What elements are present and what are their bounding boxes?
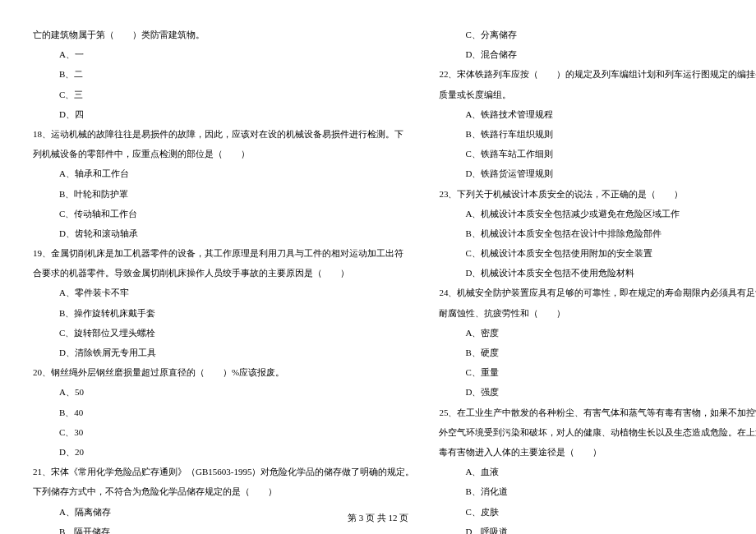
option-d: D、铁路货运管理规则 [439,163,756,183]
page-footer: 第 3 页 共 12 页 [0,512,756,524]
option-d: D、20 [33,442,414,462]
option-b: B、机械设计本质安全包括在设计中排除危险部件 [439,223,756,243]
option-a: A、机械设计本质安全包括减少或避免在危险区域工作 [439,204,756,223]
option-d: D、机械设计本质安全包括不使用危险材料 [439,263,756,283]
option-a: A、一 [33,44,414,64]
option-d: D、混合储存 [439,44,756,64]
option-c: C、30 [33,422,414,442]
option-b: B、铁路行车组织规则 [439,124,756,144]
question-21-cont: 下列储存方式中，不符合为危险化学品储存规定的是（ ） [33,481,414,501]
question-22: 22、宋体铁路列车应按（ ）的规定及列车编组计划和列车运行图规定的编挂条件、车组… [439,64,756,84]
option-b: B、硬度 [439,343,756,362]
option-a: A、50 [33,382,414,402]
option-c: C、机械设计本质安全包括使用附加的安全装置 [439,243,756,263]
option-c: C、旋转部位又埋头螺栓 [33,323,414,343]
option-b: B、40 [33,403,414,422]
option-b: B、二 [33,64,414,84]
question-19: 19、金属切削机床是加工机器零件的设备，其工作原理是利用刀具与工件的相对运动加工… [33,243,414,263]
question-19-cont: 合要求的机器零件。导致金属切削机床操作人员绞手事故的主要原因是（ ） [33,263,414,283]
question-18: 18、运动机械的故障往往是易损件的故障，因此，应该对在设的机械设备易损件进行检测… [33,124,414,144]
document-content: 亡的建筑物属于第（ ）类防雷建筑物。 A、一 B、二 C、三 D、四 18、运动… [33,25,723,501]
option-c: C、铁路车站工作细则 [439,144,756,163]
option-c: C、重量 [439,362,756,382]
option-d: D、清除铁屑无专用工具 [33,343,414,362]
question-24-cont: 耐腐蚀性、抗疲劳性和（ ） [439,303,756,323]
option-d: D、强度 [439,382,756,402]
option-c: C、三 [33,85,414,104]
left-column: 亡的建筑物属于第（ ）类防雷建筑物。 A、一 B、二 C、三 D、四 18、运动… [33,25,414,501]
question-21: 21、宋体《常用化学危险品贮存通则》（GB15603-1995）对危险化学品的储… [33,462,414,481]
option-b: B、叶轮和防护罩 [33,184,414,204]
right-column: C、分离储存 D、混合储存 22、宋体铁路列车应按（ ）的规定及列车编组计划和列… [439,25,756,501]
option-c: C、分离储存 [439,25,756,44]
question-18-cont: 列机械设备的零部件中，应重点检测的部位是（ ） [33,144,414,163]
question-25-cont2: 毒有害物进入人体的主要途径是（ ） [439,442,756,462]
question-23: 23、下列关于机械设计本质安全的说法，不正确的是（ ） [439,184,756,204]
option-a: A、血液 [439,462,756,481]
option-c: C、传动轴和工作台 [33,204,414,223]
option-b: B、消化道 [439,481,756,501]
option-a: A、铁路技术管理规程 [439,104,756,124]
question-text: 亡的建筑物属于第（ ）类防雷建筑物。 [33,25,414,44]
option-a: A、轴承和工作台 [33,163,414,183]
option-a: A、零件装卡不牢 [33,283,414,302]
question-24: 24、机械安全防护装置应具有足够的可靠性，即在规定的寿命期限内必须具有足够的稳定… [439,283,756,302]
option-a: A、密度 [439,323,756,343]
option-b: B、操作旋转机床戴手套 [33,303,414,323]
question-25: 25、在工业生产中散发的各种粉尘、有害气体和蒸气等有毒有害物，如果不加控制，会使… [439,403,756,422]
question-22-cont: 质量或长度编组。 [439,85,756,104]
question-20: 20、钢丝绳外层钢丝磨损量超过原直径的（ ）%应该报废。 [33,362,414,382]
option-d: D、齿轮和滚动轴承 [33,223,414,243]
option-d: D、四 [33,104,414,124]
question-25-cont: 外空气环境受到污染和破坏，对人的健康、动植物生长以及生态造成危险。在上述情况下，… [439,422,756,442]
